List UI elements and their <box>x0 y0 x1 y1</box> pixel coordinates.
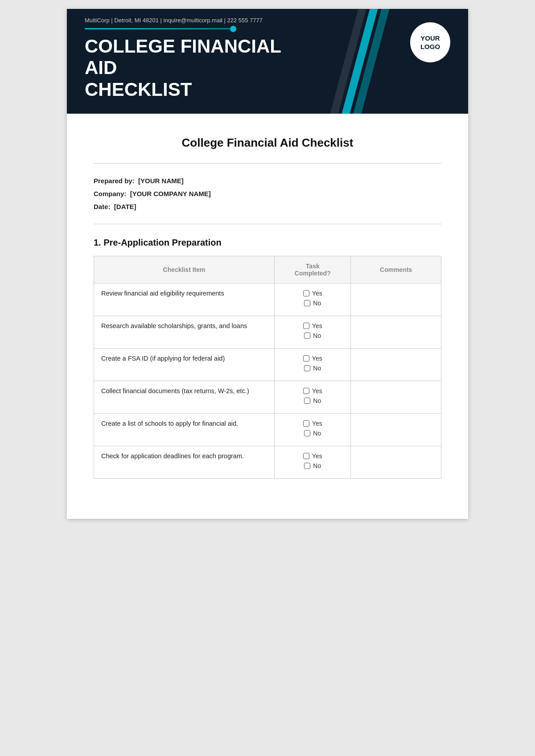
company-label: Company: <box>94 190 126 197</box>
diagonal-lines <box>325 9 383 114</box>
header-decoration <box>325 9 415 114</box>
radio-option-yes-6[interactable]: Yes <box>282 452 343 460</box>
radio-box-yes-4[interactable] <box>303 388 309 394</box>
company-info: MultiCorp | Detroit, MI 48201 | inquire@… <box>85 17 450 24</box>
comments-cell-5[interactable] <box>351 413 441 446</box>
radio-box-no-3[interactable] <box>304 365 310 371</box>
comments-cell-6[interactable] <box>351 446 441 478</box>
table-row: Review financial aid eligibility require… <box>94 283 441 316</box>
col-header-item: Checklist Item <box>94 256 275 283</box>
task-cell-6: YesNo <box>275 446 351 478</box>
prepared-by-value: [YOUR NAME] <box>138 177 184 185</box>
table-row: Research available scholarships, grants,… <box>94 316 441 348</box>
radio-label-no: No <box>313 365 321 372</box>
checklist-item-5: Create a list of schools to apply for fi… <box>94 413 275 446</box>
table-row: Create a list of schools to apply for fi… <box>94 413 441 446</box>
radio-label-no: No <box>313 430 321 437</box>
table-row: Check for application deadlines for each… <box>94 446 441 478</box>
page: MultiCorp | Detroit, MI 48201 | inquire@… <box>67 9 468 519</box>
radio-label-yes: Yes <box>312 387 322 394</box>
radio-option-no-2[interactable]: No <box>282 332 343 339</box>
radio-label-no: No <box>313 300 321 307</box>
col-header-task: TaskCompleted? <box>275 256 351 283</box>
section-title-1: 1. Pre-Application Preparation <box>94 238 441 248</box>
radio-label-yes: Yes <box>312 290 322 297</box>
radio-option-no-1[interactable]: No <box>282 300 343 307</box>
radio-label-no: No <box>313 462 321 469</box>
checklist-item-6: Check for application deadlines for each… <box>94 446 275 478</box>
company-line: Company: [YOUR COMPANY NAME] <box>94 190 441 197</box>
task-cell-5: YesNo <box>275 413 351 446</box>
radio-label-no: No <box>313 397 321 404</box>
checklist-item-4: Collect financial documents (tax returns… <box>94 381 275 413</box>
radio-option-yes-5[interactable]: Yes <box>282 420 343 427</box>
checklist-item-3: Create a FSA ID (if applying for federal… <box>94 348 275 381</box>
document-title: College Financial Aid Checklist <box>94 136 441 150</box>
radio-box-no-6[interactable] <box>304 463 310 469</box>
task-cell-4: YesNo <box>275 381 351 413</box>
radio-label-yes: Yes <box>312 355 322 362</box>
radio-option-yes-3[interactable]: Yes <box>282 355 343 362</box>
radio-box-no-1[interactable] <box>304 300 310 306</box>
comments-cell-1[interactable] <box>351 283 441 316</box>
logo: YOUR LOGO <box>410 22 450 62</box>
radio-label-yes: Yes <box>312 322 322 329</box>
comments-cell-3[interactable] <box>351 348 441 381</box>
radio-option-yes-1[interactable]: Yes <box>282 290 343 297</box>
radio-option-yes-2[interactable]: Yes <box>282 322 343 329</box>
separator-2 <box>94 224 441 224</box>
radio-box-yes-3[interactable] <box>303 355 309 362</box>
radio-box-yes-1[interactable] <box>303 290 309 296</box>
radio-option-no-3[interactable]: No <box>282 365 343 372</box>
prepared-by-line: Prepared by: [YOUR NAME] <box>94 177 441 185</box>
separator-1 <box>94 163 441 164</box>
radio-box-yes-6[interactable] <box>303 453 309 459</box>
body: College Financial Aid Checklist Prepared… <box>67 114 468 519</box>
radio-box-no-5[interactable] <box>304 430 310 436</box>
table-row: Create a FSA ID (if applying for federal… <box>94 348 441 381</box>
radio-box-yes-2[interactable] <box>303 323 309 329</box>
radio-option-yes-4[interactable]: Yes <box>282 387 343 394</box>
date-value: [DATE] <box>114 203 136 210</box>
comments-cell-4[interactable] <box>351 381 441 413</box>
task-cell-3: YesNo <box>275 348 351 381</box>
checklist-item-1: Review financial aid eligibility require… <box>94 283 275 316</box>
radio-option-no-6[interactable]: No <box>282 462 343 469</box>
prepared-by-label: Prepared by: <box>94 177 135 185</box>
comments-cell-2[interactable] <box>351 316 441 348</box>
radio-box-no-4[interactable] <box>304 398 310 404</box>
radio-box-no-2[interactable] <box>304 333 310 339</box>
header: MultiCorp | Detroit, MI 48201 | inquire@… <box>67 9 468 114</box>
radio-label-yes: Yes <box>312 420 322 427</box>
radio-label-yes: Yes <box>312 452 322 460</box>
col-header-comments: Comments <box>351 256 441 283</box>
radio-option-no-5[interactable]: No <box>282 430 343 437</box>
header-divider <box>85 28 236 29</box>
meta-block: Prepared by: [YOUR NAME] Company: [YOUR … <box>94 177 441 210</box>
checklist-item-2: Research available scholarships, grants,… <box>94 316 275 348</box>
checklist-table-1: Checklist Item TaskCompleted? Comments R… <box>94 256 441 479</box>
date-line: Date: [DATE] <box>94 203 441 210</box>
radio-box-yes-5[interactable] <box>303 420 309 427</box>
table-row: Collect financial documents (tax returns… <box>94 381 441 413</box>
task-cell-2: YesNo <box>275 316 351 348</box>
section-pre-application: 1. Pre-Application Preparation Checklist… <box>94 238 441 479</box>
radio-label-no: No <box>313 332 321 339</box>
header-title: COLLEGE FINANCIAL AID CHECKLIST <box>85 36 317 100</box>
date-label: Date: <box>94 203 111 210</box>
company-value: [YOUR COMPANY NAME] <box>130 190 211 197</box>
radio-option-no-4[interactable]: No <box>282 397 343 404</box>
task-cell-1: YesNo <box>275 283 351 316</box>
